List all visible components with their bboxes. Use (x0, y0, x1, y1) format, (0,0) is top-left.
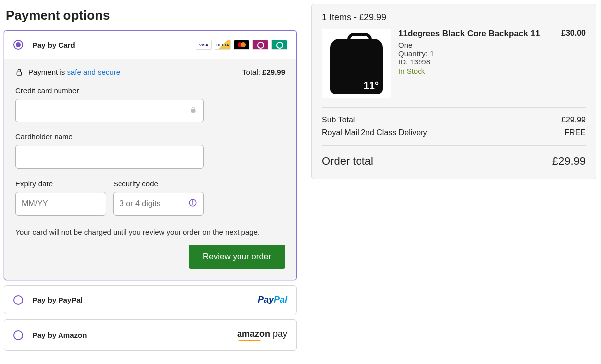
item-price: £30.00 (561, 29, 586, 98)
radio-amazon[interactable] (13, 330, 23, 340)
cardholder-name-input[interactable] (22, 152, 197, 161)
cardholder-name-input-wrap (15, 145, 204, 169)
cc-number-label: Credit card number (15, 86, 285, 95)
payment-option-amazon-label: Pay by Amazon (32, 331, 87, 339)
item-stock: In Stock (398, 67, 554, 75)
subtotal-label: Sub Total (322, 116, 355, 124)
safe-secure-link[interactable]: safe and secure (67, 68, 120, 76)
mastercard-icon (234, 40, 249, 50)
payment-option-card: Pay by Card VISA DELTA Payment is s (4, 30, 297, 280)
svg-rect-1 (191, 109, 195, 112)
lock-small-icon (189, 106, 197, 116)
form-total: Total: £29.99 (242, 68, 285, 76)
payment-option-paypal-header[interactable]: Pay by PayPal PayPal (4, 286, 296, 314)
payment-option-amazon-header[interactable]: Pay by Amazon amazon pay (4, 320, 296, 350)
radio-card[interactable] (13, 40, 23, 50)
svg-rect-0 (17, 72, 21, 75)
svg-point-4 (192, 201, 193, 201)
expiry-label: Expiry date (15, 180, 106, 188)
subtotal-value: £29.99 (561, 116, 586, 124)
cvc-label: Security code (113, 180, 204, 188)
cvc-input[interactable] (120, 199, 188, 208)
cc-number-input-wrap (15, 99, 204, 122)
summary-header: 1 Items - £29.99 (322, 12, 586, 23)
item-variant: One (398, 41, 554, 49)
order-total-label: Order total (322, 155, 373, 168)
cc-number-input[interactable] (22, 106, 189, 115)
page-title: Payment options (6, 8, 297, 23)
payment-option-paypal-label: Pay by PayPal (32, 296, 83, 304)
shipping-label: Royal Mail 2nd Class Delivery (322, 128, 427, 137)
lock-icon (15, 68, 23, 76)
item-quantity: Quantity: 1 (398, 49, 554, 58)
visa-icon: VISA (196, 40, 212, 50)
charge-note: Your card will not be charged until you … (15, 228, 285, 236)
review-order-button[interactable]: Review your order (189, 245, 285, 269)
item-id: ID: 13998 (398, 58, 554, 66)
shipping-value: FREE (564, 128, 586, 137)
delta-icon: DELTA (215, 40, 231, 50)
payment-option-card-label: Pay by Card (32, 41, 75, 49)
paypal-icon: PayPal (258, 295, 287, 305)
cardholder-name-label: Cardholder name (15, 132, 285, 141)
payment-option-card-header[interactable]: Pay by Card VISA DELTA (4, 31, 296, 59)
order-summary: 1 Items - £29.99 11° 11degrees Black Cor… (311, 4, 596, 179)
card-logos: VISA DELTA (196, 40, 287, 50)
payment-option-paypal: Pay by PayPal PayPal (4, 285, 297, 314)
maestro-icon (252, 40, 268, 50)
secure-text: Payment is safe and secure (28, 68, 120, 76)
item-title: 11degrees Black Core Backpack 11 (398, 29, 554, 39)
radio-paypal[interactable] (13, 295, 23, 305)
info-icon[interactable] (188, 198, 197, 209)
payment-option-amazon: Pay by Amazon amazon pay (4, 319, 297, 351)
item-thumbnail: 11° (322, 29, 391, 98)
expiry-input[interactable] (22, 199, 100, 208)
amazonpay-icon: amazon pay (237, 329, 287, 341)
order-total-value: £29.99 (552, 155, 586, 168)
switch-icon (271, 40, 287, 50)
